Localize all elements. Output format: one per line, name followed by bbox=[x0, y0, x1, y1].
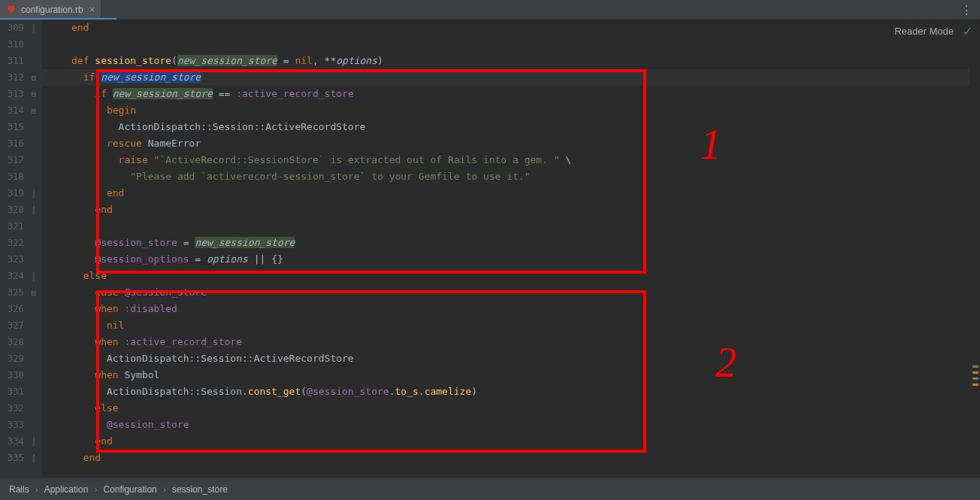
code-line[interactable]: ActionDispatch::Session::ActiveRecordSto… bbox=[42, 119, 980, 135]
line-number[interactable]: 334 bbox=[8, 433, 24, 450]
svg-marker-0 bbox=[8, 6, 15, 14]
line-number[interactable]: 325 bbox=[8, 284, 24, 301]
line-number[interactable]: 331 bbox=[8, 383, 24, 400]
line-number[interactable]: 322 bbox=[8, 235, 24, 251]
code-line[interactable] bbox=[42, 36, 980, 53]
code-line[interactable]: ActionDispatch::Session::ActiveRecordSto… bbox=[42, 350, 980, 367]
line-number[interactable]: 335 bbox=[8, 450, 24, 466]
fold-collapse-icon[interactable]: ⊟ bbox=[32, 289, 38, 296]
fold-collapse-icon[interactable]: ⊟ bbox=[32, 91, 38, 98]
fold-collapse-icon[interactable]: ⊟ bbox=[32, 74, 38, 81]
code-line[interactable]: raise "`ActiveRecord::SessionStore` is e… bbox=[42, 152, 980, 168]
fold-guide-icon: │ bbox=[32, 455, 38, 462]
inspection-ok-icon[interactable]: ✓ bbox=[963, 24, 972, 38]
line-number[interactable]: 317 bbox=[8, 152, 24, 168]
code-line[interactable]: end bbox=[42, 20, 980, 36]
ruby-file-icon bbox=[6, 5, 17, 15]
breadcrumb-item[interactable]: session_store bbox=[169, 484, 231, 495]
close-icon[interactable]: × bbox=[88, 4, 97, 15]
fold-collapse-icon[interactable]: ⊟ bbox=[32, 108, 38, 114]
code-line[interactable] bbox=[42, 218, 980, 235]
line-number[interactable]: 315 bbox=[8, 119, 24, 135]
code-line[interactable]: end bbox=[42, 433, 980, 450]
stripe-marker[interactable] bbox=[972, 365, 978, 368]
code-line[interactable]: case @session_store bbox=[42, 284, 980, 301]
reader-mode-button[interactable]: Reader Mode bbox=[894, 26, 954, 37]
code-line[interactable]: end bbox=[42, 202, 980, 218]
line-number[interactable]: 310 bbox=[8, 36, 24, 53]
fold-guide-icon: │ bbox=[32, 273, 38, 280]
line-number[interactable]: 327 bbox=[8, 317, 24, 334]
line-number[interactable]: 321 bbox=[8, 218, 24, 235]
code-area[interactable]: 1 2 end def session_store(new_session_st… bbox=[42, 20, 980, 477]
fold-guide-icon: │ bbox=[32, 25, 38, 32]
line-number[interactable]: 329 bbox=[8, 350, 24, 367]
code-line[interactable]: end bbox=[42, 450, 980, 466]
fold-guide-icon: │ bbox=[32, 438, 38, 445]
line-number[interactable]: 328 bbox=[8, 334, 24, 350]
breadcrumb-item[interactable]: Application bbox=[41, 484, 92, 495]
line-number[interactable]: 319 bbox=[8, 185, 24, 202]
line-number[interactable]: 318 bbox=[8, 168, 24, 185]
breadcrumb: Rails › Application › Configuration › se… bbox=[0, 477, 980, 500]
code-line[interactable]: if new_session_store bbox=[42, 69, 980, 86]
stripe-marker[interactable] bbox=[972, 371, 978, 374]
line-number[interactable]: 314 bbox=[8, 102, 24, 119]
code-line[interactable]: begin bbox=[42, 102, 980, 119]
line-number[interactable]: 313 bbox=[8, 86, 24, 102]
fold-guide-icon: │ bbox=[32, 190, 38, 197]
file-tab[interactable]: configuration.rb × bbox=[0, 0, 101, 20]
tab-filename: configuration.rb bbox=[21, 5, 83, 15]
tab-bar: configuration.rb × ⋮ bbox=[0, 0, 980, 20]
chevron-right-icon: › bbox=[160, 484, 169, 495]
code-line[interactable]: nil bbox=[42, 317, 980, 334]
line-number[interactable]: 316 bbox=[8, 135, 24, 152]
line-number[interactable]: 330 bbox=[8, 367, 24, 383]
line-number[interactable]: 332 bbox=[8, 400, 24, 417]
chevron-right-icon: › bbox=[32, 484, 41, 495]
fold-guide-icon: │ bbox=[32, 207, 38, 214]
code-line[interactable]: if new_session_store == :active_record_s… bbox=[42, 86, 980, 102]
line-number[interactable]: 309 bbox=[8, 20, 24, 36]
gutter[interactable]: 3093103113123133143153163173183193203213… bbox=[0, 20, 42, 477]
code-line[interactable]: else bbox=[42, 400, 980, 417]
code-line[interactable]: when Symbol bbox=[42, 367, 980, 383]
code-line[interactable]: end bbox=[42, 185, 980, 202]
more-menu-icon[interactable]: ⋮ bbox=[956, 3, 977, 17]
editor-area: 3093103113123133143153163173183193203213… bbox=[0, 20, 980, 477]
line-number[interactable]: 311 bbox=[8, 53, 24, 69]
line-number[interactable]: 333 bbox=[8, 417, 24, 433]
stripe-marker[interactable] bbox=[972, 383, 978, 386]
stripe-marker[interactable] bbox=[972, 377, 978, 380]
code-line[interactable]: when :active_record_store bbox=[42, 334, 980, 350]
code-line[interactable]: else bbox=[42, 268, 980, 284]
breadcrumb-item[interactable]: Rails bbox=[6, 484, 32, 495]
code-line[interactable]: rescue NameError bbox=[42, 135, 980, 152]
reader-mode-row: Reader Mode ✓ bbox=[887, 21, 980, 41]
chevron-right-icon: › bbox=[91, 484, 100, 495]
code-line[interactable]: @session_options = options || {} bbox=[42, 251, 980, 268]
code-line[interactable]: "Please add `activerecord-session_store`… bbox=[42, 168, 980, 185]
code-line[interactable]: def session_store(new_session_store = ni… bbox=[42, 53, 980, 69]
line-number[interactable]: 323 bbox=[8, 251, 24, 268]
line-number[interactable]: 320 bbox=[8, 202, 24, 218]
code-line[interactable]: ActionDispatch::Session.const_get(@sessi… bbox=[42, 383, 980, 400]
line-number[interactable]: 324 bbox=[8, 268, 24, 284]
code-line[interactable]: @session_store = new_session_store bbox=[42, 235, 980, 251]
line-number[interactable]: 326 bbox=[8, 301, 24, 317]
code-line[interactable]: @session_store bbox=[42, 417, 980, 433]
marker-stripe[interactable] bbox=[969, 20, 980, 477]
code-line[interactable]: when :disabled bbox=[42, 301, 980, 317]
breadcrumb-item[interactable]: Configuration bbox=[100, 484, 159, 495]
line-number[interactable]: 312 bbox=[8, 69, 24, 86]
